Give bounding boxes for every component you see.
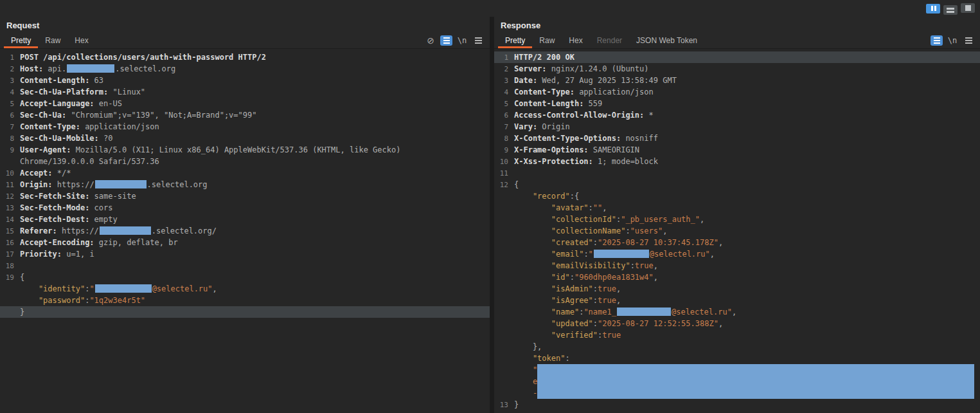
code-text: , (732, 307, 736, 317)
code-line: "isAgree":true, (494, 295, 980, 306)
pretty-icon[interactable] (440, 35, 452, 46)
code-line: "collectionId":"_pb_users_auth_", (494, 214, 980, 225)
line-number: 17 (0, 249, 19, 261)
burp-message-viewer: Request PrettyRawHex 1POST /api/collecti… (0, 0, 980, 413)
code-line: 10Accept: */* (0, 167, 490, 179)
line-number: 2 (0, 64, 19, 75)
code-text: Sec-Ch-Ua-Mobile: (20, 134, 99, 143)
code-text: true (635, 261, 654, 270)
eye-off-icon[interactable] (424, 35, 437, 46)
code-text: } (20, 307, 24, 317)
code-text: : (565, 354, 569, 363)
code-text: "password" (20, 296, 85, 305)
redaction-box (95, 284, 152, 293)
response-editor[interactable]: 1HTTP/2 200 OK2Server: nginx/1.24.0 (Ubu… (494, 49, 980, 413)
code-text: , (602, 203, 607, 212)
redaction-box (537, 364, 974, 376)
line-number: 11 (0, 179, 19, 191)
newline-icon[interactable] (946, 35, 959, 46)
code-text: POST /api/collections/users/auth-with-pa… (20, 53, 266, 62)
code-text: true (602, 331, 621, 340)
request-editor[interactable]: 1POST /api/collections/users/auth-with-p… (0, 49, 490, 413)
code-line: "collectionName":"users", (494, 225, 980, 237)
request-tab-raw[interactable]: Raw (38, 33, 67, 48)
code-text: .selectel.org/ (152, 226, 217, 235)
code-text: : (625, 226, 630, 235)
code-line: 10X-Xss-Protection: 1; mode=block (494, 156, 980, 167)
code-text: :{ (570, 192, 579, 201)
code-text: : (584, 250, 588, 259)
line-number: 8 (494, 133, 513, 145)
code-line: - (494, 387, 980, 399)
code-text: @selectel.ru" (672, 307, 732, 317)
request-panel-title: Request (0, 17, 490, 32)
code-text: , (616, 284, 621, 293)
maximize-layout-button[interactable] (961, 3, 975, 13)
code-line: 8Sec-Ch-Ua-Mobile: ?0 (0, 133, 490, 144)
code-text: Vary: (514, 122, 537, 131)
line-number: 18 (0, 261, 19, 272)
code-text: User-Agent: (20, 145, 71, 154)
split-layout-button[interactable] (943, 5, 958, 15)
code-line: 8X-Content-Type-Options: nosniff (494, 133, 980, 144)
line-number: 7 (494, 122, 513, 133)
code-text: Content-Type: (20, 122, 80, 131)
code-text: Sec-Fetch-Site: (20, 192, 89, 201)
code-line: 18 (0, 260, 490, 271)
pause-button[interactable] (926, 4, 940, 14)
code-line: "name":"name1_@selectel.ru", (494, 306, 980, 318)
redaction-box (594, 250, 649, 258)
newline-icon[interactable] (456, 35, 468, 46)
pretty-icon[interactable] (931, 35, 943, 46)
menu-icon[interactable] (472, 35, 485, 46)
code-line: 7Content-Type: application/json (0, 121, 490, 133)
code-text: "identity" (20, 284, 85, 293)
code-line: 9X-Frame-Options: SAMEORIGIN (494, 144, 980, 156)
code-line: 4Sec-Ch-Ua-Platform: "Linux" (0, 86, 490, 98)
line-number: 8 (0, 133, 19, 145)
code-text: "users" (630, 226, 663, 235)
code-text: , (700, 215, 704, 224)
response-tab-pretty[interactable]: Pretty (498, 33, 532, 48)
code-line: "verified":true (494, 329, 980, 341)
code-line: 3Content-Length: 63 (0, 75, 490, 86)
line-number: 4 (0, 87, 19, 98)
redaction-box (100, 226, 151, 235)
code-text: Host: (20, 64, 43, 73)
code-text: , (654, 261, 658, 270)
response-tab-json-web-token[interactable]: JSON Web Token (629, 33, 704, 48)
code-line: "isAdmin":true, (494, 283, 980, 295)
line-number: 2 (494, 64, 513, 75)
code-text: "record" (514, 192, 570, 201)
response-panel: Response PrettyRawHexRenderJSON Web Toke… (494, 17, 980, 413)
code-text: 63 (89, 76, 103, 85)
line-number: 7 (0, 122, 19, 133)
code-text: "name" (514, 307, 579, 317)
line-number: 5 (494, 98, 513, 110)
line-number: 1 (0, 52, 19, 64)
code-text: , (654, 273, 658, 282)
code-text: , (663, 226, 667, 235)
code-text: "2025-08-27 12:52:55.388Z" (598, 319, 718, 328)
response-tab-raw[interactable]: Raw (532, 33, 562, 48)
line-number: 15 (0, 226, 19, 237)
code-text: : (593, 319, 598, 328)
response-tab-hex[interactable]: Hex (562, 33, 589, 48)
code-text: }, (514, 342, 542, 351)
code-text: e (514, 377, 537, 386)
request-tab-hex[interactable]: Hex (67, 33, 95, 48)
code-text: , (718, 319, 723, 328)
request-tab-pretty[interactable]: Pretty (4, 33, 38, 48)
code-text: same-site (89, 192, 136, 201)
panel-divider[interactable] (490, 17, 494, 413)
line-number: 4 (494, 87, 513, 98)
code-text: "updated" (514, 319, 593, 328)
menu-icon[interactable] (962, 35, 975, 46)
code-text: Mozilla/5.0 (X11; Linux x86_64) AppleWeb… (71, 145, 400, 154)
code-text: "collectionId" (514, 215, 616, 224)
line-number: 9 (0, 145, 19, 156)
code-line: 5Content-Length: 559 (494, 98, 980, 109)
code-text: empty (89, 215, 117, 224)
code-text: , (213, 284, 217, 293)
code-text: @selectel.ru" (650, 250, 710, 259)
